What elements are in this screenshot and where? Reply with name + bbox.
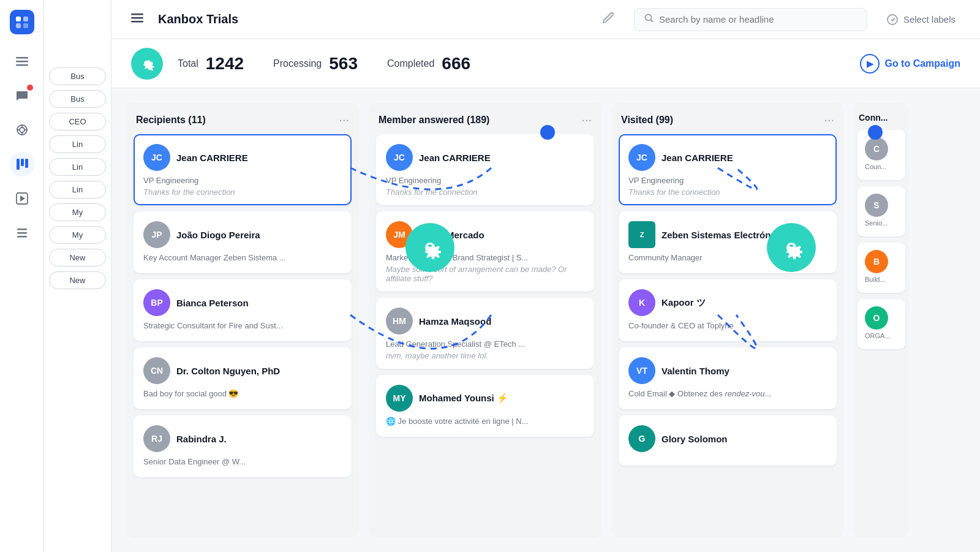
- avatar-colton: CN: [143, 357, 170, 384]
- column-menu-member-answered[interactable]: ···: [581, 113, 592, 127]
- column-conn-partial: Conn... C Coun... S Senio... B Build... …: [854, 103, 909, 537]
- processing-stat: Processing 563: [273, 54, 358, 74]
- label-pill-my1[interactable]: My: [49, 203, 106, 221]
- avatar-mohamed: MY: [386, 385, 413, 412]
- label-pill-lin3[interactable]: Lin: [49, 181, 106, 198]
- avatar-glory: G: [628, 425, 655, 452]
- avatar-conn-4: O: [865, 306, 888, 330]
- card-name-jean-recipients: Jean CARRIERE: [176, 153, 248, 163]
- card-name-valentin: Valentin Thomy: [662, 366, 729, 376]
- label-pill-lin1[interactable]: Lin: [49, 135, 106, 153]
- card-colton[interactable]: CN Dr. Colton Nguyen, PhD Bad boy for so…: [134, 347, 352, 409]
- label-select-text: Select labels: [903, 14, 956, 25]
- card-joao[interactable]: JP João Diogo Pereira Key Account Manage…: [134, 211, 352, 273]
- label-pill-new2[interactable]: New: [49, 271, 106, 289]
- sidebar-play-icon[interactable]: [10, 186, 34, 211]
- app-logo[interactable]: [10, 10, 34, 34]
- card-name-kapoor: Kapoor ツ: [662, 297, 706, 309]
- subtitle-conn-2: Senio...: [865, 219, 898, 227]
- label-pills-panel: Bus Bus CEO Lin Lin Lin My My New New: [44, 0, 111, 552]
- card-jean-answered[interactable]: JC Jean CARRIERE VP Engineering Thanks f…: [376, 134, 594, 205]
- column-recipients: Recipients (11) ··· JC Jean CARRIERE VP …: [126, 103, 359, 537]
- label-pill-bus1[interactable]: Bus: [49, 67, 106, 85]
- sidebar: [0, 0, 44, 552]
- avatar-joao: JP: [143, 221, 170, 248]
- card-subtitle-bianca: Strategic Consultant for Fire and Sust..…: [143, 321, 342, 330]
- card-valentin[interactable]: VT Valentin Thomy Cold Email ◆ Obtenez d…: [619, 347, 837, 409]
- go-campaign-icon: ▶: [860, 54, 880, 74]
- avatar-zeben: Z: [628, 221, 655, 248]
- sidebar-target-icon[interactable]: [10, 118, 34, 142]
- column-cards-recipients: JC Jean CARRIERE VP Engineering Thanks f…: [126, 134, 359, 537]
- svg-rect-22: [131, 17, 143, 19]
- sidebar-menu-icon[interactable]: [10, 49, 34, 74]
- column-header-member-answered: Member answered (189) ···: [369, 103, 601, 134]
- avatar-valentin: VT: [628, 357, 655, 384]
- card-name-jean-answered: Jean CARRIERE: [419, 153, 491, 163]
- label-pill-lin2[interactable]: Lin: [49, 158, 106, 176]
- label-pill-bus2[interactable]: Bus: [49, 90, 106, 108]
- avatar-jean-recipients: JC: [143, 144, 170, 171]
- label-pill-my2[interactable]: My: [49, 226, 106, 244]
- card-subtitle-hamza: Lead Generation Specialist @ ETech ...: [386, 339, 584, 349]
- go-campaign-label: Go to Campaign: [884, 58, 960, 69]
- sidebar-list-icon[interactable]: [10, 221, 34, 245]
- edit-icon[interactable]: [602, 12, 614, 27]
- column-title-visited: Visited (99): [621, 115, 673, 126]
- card-jorge[interactable]: JM Jorge Mercado Marketing Expert | Bran…: [376, 211, 594, 292]
- card-conn-1[interactable]: C Coun...: [858, 130, 905, 180]
- svg-rect-1: [23, 17, 28, 21]
- svg-rect-0: [16, 17, 21, 21]
- svg-rect-21: [131, 13, 143, 15]
- stats-gear-icon[interactable]: [131, 48, 163, 80]
- card-hamza[interactable]: HM Hamza Maqsood Lead Generation Special…: [376, 298, 594, 369]
- search-container: [634, 8, 867, 31]
- sidebar-messages-icon[interactable]: [10, 83, 34, 108]
- svg-point-24: [645, 14, 651, 20]
- column-menu-recipients[interactable]: ···: [339, 113, 349, 127]
- total-stat: Total 1242: [178, 54, 244, 74]
- column-title-conn: Conn...: [854, 103, 909, 130]
- completed-value: 666: [442, 54, 470, 74]
- column-menu-visited[interactable]: ···: [824, 113, 834, 127]
- avatar-kapoor: K: [628, 289, 655, 316]
- avatar-hamza: HM: [386, 308, 413, 335]
- avatar-conn-1: C: [865, 137, 888, 161]
- card-rabindra[interactable]: RJ Rabindra J. Senior Data Engineer @ W.…: [134, 415, 352, 477]
- hamburger-button[interactable]: [126, 7, 148, 32]
- card-name-joao: João Diogo Pereira: [176, 230, 260, 240]
- column-cards-conn: C Coun... S Senio... B Build... O ORGA..…: [854, 130, 909, 357]
- sidebar-kanban-icon[interactable]: [10, 152, 34, 176]
- card-conn-4[interactable]: O ORGA...: [858, 299, 905, 349]
- card-msg-jean-recipients: Thanks for the connection: [143, 187, 342, 197]
- page-title: Kanbox Trials: [158, 12, 592, 26]
- card-jean-recipients[interactable]: JC Jean CARRIERE VP Engineering Thanks f…: [134, 134, 352, 205]
- search-icon: [644, 13, 654, 26]
- card-kapoor[interactable]: K Kapoor ツ Co-founder & CEO at Toplyne: [619, 279, 837, 341]
- search-input[interactable]: [659, 14, 856, 25]
- card-conn-3[interactable]: B Build...: [858, 243, 905, 293]
- card-mohamed[interactable]: MY Mohamed Younsi ⚡ 🌐 Je booste votre ac…: [376, 375, 594, 437]
- card-subtitle-kapoor: Co-founder & CEO at Toplyne: [628, 321, 827, 330]
- card-zeben[interactable]: Z Zeben Sistemas Electrón... Community M…: [619, 211, 837, 273]
- label-pill-new1[interactable]: New: [49, 249, 106, 267]
- card-subtitle-rabindra: Senior Data Engineer @ W...: [143, 457, 342, 466]
- processing-value: 563: [329, 54, 358, 74]
- total-label: Total: [178, 58, 198, 69]
- column-cards-visited: JC Jean CARRIERE VP Engineering Thanks f…: [611, 134, 844, 537]
- go-campaign-button[interactable]: ▶ Go to Campaign: [860, 54, 960, 74]
- svg-point-26: [888, 15, 897, 25]
- svg-rect-2: [16, 23, 21, 28]
- card-name-jean-visited: Jean CARRIERE: [662, 153, 733, 163]
- card-conn-2[interactable]: S Senio...: [858, 186, 905, 236]
- completed-stat: Completed 666: [387, 54, 470, 74]
- label-select-button[interactable]: Select labels: [876, 9, 965, 31]
- card-name-hamza: Hamza Maqsood: [419, 316, 491, 327]
- svg-rect-20: [17, 236, 27, 238]
- total-value: 1242: [206, 54, 244, 74]
- card-glory[interactable]: G Glory Solomon: [619, 415, 837, 466]
- label-pill-ceo[interactable]: CEO: [49, 113, 106, 130]
- svg-point-8: [20, 127, 24, 132]
- card-bianca[interactable]: BP Bianca Peterson Strategic Consultant …: [134, 279, 352, 341]
- card-jean-visited[interactable]: JC Jean CARRIERE VP Engineering Thanks f…: [619, 134, 837, 205]
